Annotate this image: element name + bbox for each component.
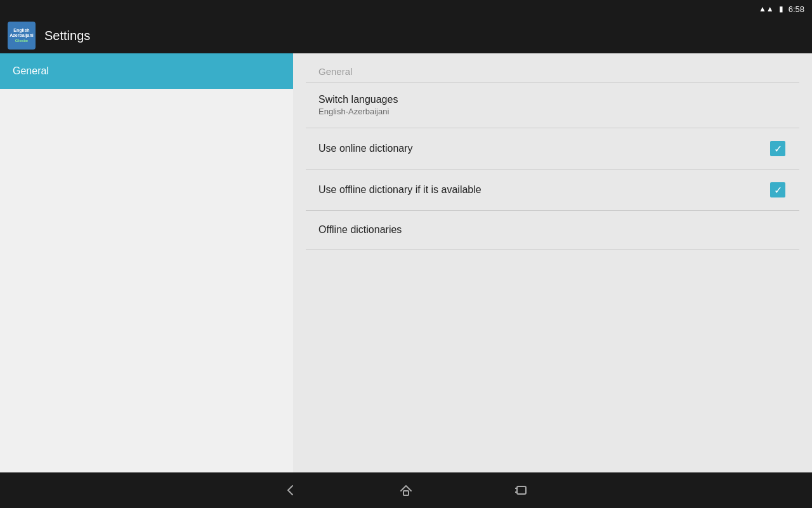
checkbox-online-dictionary[interactable]: ✓ [769,140,787,157]
top-bar: English Azerbaijani Glosbe Settings [0,18,812,53]
setting-row-offline-dictionaries[interactable]: Offline dictionaries [293,211,812,249]
setting-row-online-dictionary[interactable]: Use online dictionary ✓ [293,128,812,169]
setting-text-online-dictionary: Use online dictionary [318,143,413,154]
status-bar: ▲▲ ▮ 6:58 [0,0,812,18]
svg-rect-0 [403,491,409,495]
checkbox-offline-dictionary[interactable]: ✓ [769,181,787,199]
setting-row-switch-languages[interactable]: Switch languages English-Azerbaijani [293,83,812,128]
divider-4 [306,249,799,250]
home-button[interactable] [399,483,413,497]
setting-label-offline-dictionaries: Offline dictionaries [318,224,402,236]
content-area: General General Switch languages English… [0,53,812,472]
signal-icon: ▲▲ [759,4,774,13]
setting-label-offline-dictionary: Use offline dictionary if it is availabl… [318,184,481,196]
section-header: General [293,53,812,82]
checkbox-checked-online: ✓ [770,141,785,156]
settings-panel: General Switch languages English-Azerbai… [293,53,812,472]
recents-button[interactable] [514,483,528,497]
page-title: Settings [44,29,90,43]
status-time: 6:58 [789,4,804,14]
setting-label-switch-languages: Switch languages [318,94,398,105]
setting-text-offline-dictionaries: Offline dictionaries [318,224,402,236]
battery-icon: ▮ [779,4,783,13]
sidebar-item-general[interactable]: General [0,53,293,89]
main-content: General General Switch languages English… [0,53,812,508]
nav-bar [0,472,812,508]
setting-row-offline-dictionary[interactable]: Use offline dictionary if it is availabl… [293,170,812,210]
setting-text-offline-dictionary: Use offline dictionary if it is availabl… [318,184,481,196]
checkbox-checked-offline: ✓ [770,182,785,197]
setting-sublabel-switch-languages: English-Azerbaijani [318,107,398,116]
setting-text-switch-languages: Switch languages English-Azerbaijani [318,94,398,116]
back-button[interactable] [284,483,298,497]
sidebar: General [0,53,293,472]
app-icon: English Azerbaijani Glosbe [8,22,36,50]
setting-label-online-dictionary: Use online dictionary [318,143,413,154]
svg-rect-1 [517,486,526,494]
